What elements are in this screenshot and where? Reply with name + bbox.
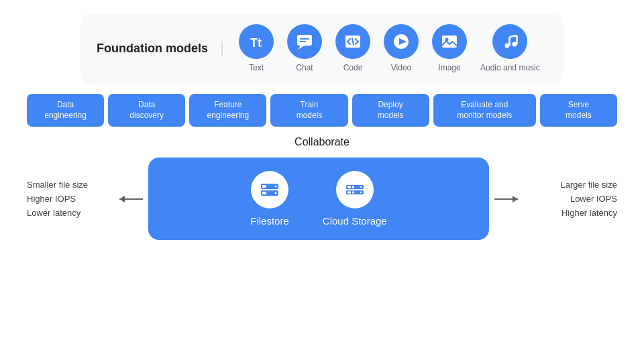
icon-item-audio: Audio and music bbox=[480, 24, 540, 74]
svg-rect-9 bbox=[442, 36, 457, 48]
pipeline-row: Dataengineering Datadiscovery Featureeng… bbox=[27, 94, 617, 127]
foundation-title: Foundation models bbox=[97, 41, 223, 56]
right-label-1: Lower IOPS bbox=[523, 194, 617, 204]
chat-icon-label: Chat bbox=[296, 63, 313, 74]
pipeline-item-data-discovery[interactable]: Datadiscovery bbox=[108, 94, 185, 127]
text-icon-label: Text bbox=[249, 63, 264, 74]
icon-item-text: Tt Text bbox=[239, 24, 274, 74]
icon-item-video: Video bbox=[384, 24, 419, 74]
storage-item-filestore: Filestore bbox=[250, 171, 289, 227]
right-label-2: Higher latency bbox=[523, 208, 617, 218]
main-container: Foundation models Tt Text bbox=[0, 0, 644, 362]
collaborate-label: Collaborate bbox=[294, 136, 350, 148]
svg-rect-3 bbox=[300, 38, 309, 40]
svg-rect-4 bbox=[300, 41, 306, 42]
arrow-right bbox=[494, 198, 518, 200]
left-label-1: Higher IOPS bbox=[27, 194, 114, 204]
right-labels: Larger file size Lower IOPS Higher laten… bbox=[523, 180, 617, 218]
cloud-storage-icon bbox=[336, 171, 374, 208]
video-icon-circle bbox=[384, 24, 419, 59]
audio-icon-label: Audio and music bbox=[480, 63, 540, 74]
pipeline-item-train-models[interactable]: Trainmodels bbox=[270, 94, 347, 127]
code-icon-label: Code bbox=[343, 63, 363, 74]
pipeline-item-evaluate-monitor[interactable]: Evaluate andmonitor models bbox=[433, 94, 536, 127]
svg-rect-27 bbox=[352, 192, 354, 194]
foundation-section: Foundation models Tt Text bbox=[80, 13, 564, 84]
image-icon-label: Image bbox=[438, 63, 460, 74]
pipeline-item-feature-engineering[interactable]: Featureengineering bbox=[189, 94, 266, 127]
svg-point-28 bbox=[360, 186, 362, 188]
right-label-0: Larger file size bbox=[523, 180, 617, 190]
text-icon-circle: Tt bbox=[239, 24, 274, 59]
svg-line-15 bbox=[510, 36, 517, 37]
left-labels: Smaller file size Higher IOPS Lower late… bbox=[27, 180, 114, 218]
pipeline-item-serve-models[interactable]: Servemodels bbox=[540, 94, 617, 127]
storage-item-cloud-storage: Cloud Storage bbox=[323, 171, 387, 227]
audio-icon-circle bbox=[492, 24, 527, 59]
arrow-left bbox=[119, 198, 143, 200]
arrow-right-line bbox=[494, 198, 518, 200]
left-label-2: Lower latency bbox=[27, 208, 114, 218]
svg-rect-26 bbox=[352, 186, 354, 188]
chat-icon-circle bbox=[287, 24, 322, 59]
svg-point-29 bbox=[360, 192, 362, 193]
filestore-label: Filestore bbox=[250, 215, 289, 227]
cloud-storage-label: Cloud Storage bbox=[323, 215, 387, 227]
storage-box: Filestore Cloud Storage bbox=[148, 158, 489, 240]
svg-rect-1 bbox=[297, 35, 312, 46]
pipeline-item-deploy-models[interactable]: Deploymodels bbox=[352, 94, 429, 127]
svg-point-21 bbox=[275, 192, 277, 194]
filestore-icon bbox=[251, 171, 288, 208]
svg-rect-18 bbox=[262, 185, 266, 188]
svg-rect-24 bbox=[347, 186, 351, 188]
code-icon-circle bbox=[335, 24, 370, 59]
foundation-icons: Tt Text Chat bbox=[223, 24, 540, 74]
icon-item-code: Code bbox=[335, 24, 370, 74]
svg-text:Tt: Tt bbox=[250, 36, 262, 50]
svg-rect-25 bbox=[347, 192, 351, 194]
svg-marker-2 bbox=[298, 46, 305, 50]
icon-item-image: Image bbox=[432, 24, 467, 74]
storage-section: Smaller file size Higher IOPS Lower late… bbox=[27, 158, 617, 240]
svg-point-20 bbox=[275, 186, 277, 188]
video-icon-label: Video bbox=[391, 63, 411, 74]
image-icon-circle bbox=[432, 24, 467, 59]
arrow-left-line bbox=[119, 198, 143, 200]
left-label-0: Smaller file size bbox=[27, 180, 114, 190]
svg-rect-19 bbox=[262, 192, 266, 194]
icon-item-chat: Chat bbox=[287, 24, 322, 74]
pipeline-item-data-engineering[interactable]: Dataengineering bbox=[27, 94, 104, 127]
